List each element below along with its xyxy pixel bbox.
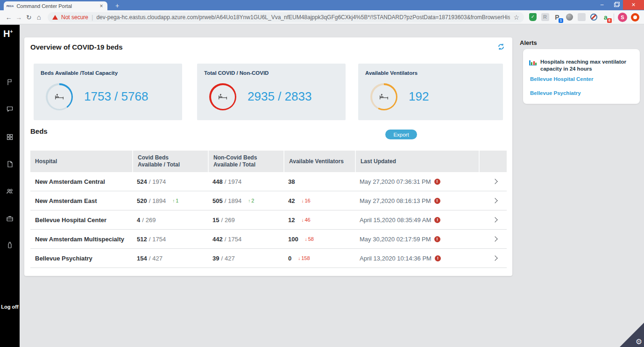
beds-ratio-cell: 15/269: [208, 217, 283, 224]
last-updated-value: May 27,2020 07:36:31 PM: [360, 178, 431, 185]
new-tab-button[interactable]: [111, 2, 123, 9]
chevron-right-icon[interactable]: [492, 198, 497, 203]
flag-icon[interactable]: [6, 79, 14, 86]
log-off-button[interactable]: Log off: [0, 304, 20, 310]
chevron-right-icon[interactable]: [492, 236, 497, 241]
restore-button[interactable]: [609, 0, 623, 10]
delta-value: 58: [308, 236, 314, 242]
refresh-icon[interactable]: [496, 42, 506, 51]
column-header-line: Non-Covid Beds: [213, 154, 283, 161]
hospital-cell: New Amsterdam Central: [30, 178, 132, 185]
tab-title: Command Center Portal: [16, 3, 95, 9]
table-row[interactable]: New Amsterdam East520/18941505/189424216…: [30, 191, 507, 210]
gray-extension-icon[interactable]: [577, 13, 586, 22]
browser-tab[interactable]: PEGA Command Center Portal: [4, 1, 107, 10]
team-icon[interactable]: [6, 188, 14, 195]
column-header-line: Last Updated: [361, 158, 479, 165]
reload-icon[interactable]: [24, 14, 34, 21]
ratio-separator: /: [149, 255, 151, 262]
last-updated-value: April 15,2020 08:35:49 AM: [360, 217, 431, 224]
table-row[interactable]: Bellevue Psychiatry154/42739/4270158Apri…: [30, 249, 507, 268]
last-updated-cell: April 15,2020 08:35:49 AM: [355, 217, 479, 224]
ventilators-cell: 10058: [283, 236, 355, 243]
chevron-right-icon[interactable]: [492, 217, 497, 222]
last-updated-cell: May 27,2020 07:36:31 PM: [355, 178, 479, 185]
alert-link-bellevue-psychiatry[interactable]: Bellevue Psychiatry: [530, 90, 581, 96]
minimize-button[interactable]: [595, 0, 609, 10]
available-value: 39: [212, 255, 219, 262]
back-icon[interactable]: [4, 14, 14, 21]
available-value: 154: [137, 255, 147, 262]
metric-label: Beds Available /Total Capacity: [41, 70, 118, 76]
last-updated-cell: May 27,2020 08:16:13 PM: [355, 197, 479, 204]
shield-extension-icon[interactable]: [529, 13, 537, 22]
table-body: New Amsterdam Central524/1974448/197438M…: [30, 172, 507, 268]
last-updated-cell: April 13,2020 10:14:36 PM: [355, 255, 479, 262]
total-value: 269: [225, 217, 235, 224]
export-button[interactable]: Export: [385, 130, 417, 139]
ventilators-value: 38: [288, 178, 295, 185]
close-button[interactable]: [623, 0, 644, 10]
delta-down-indicator: 58: [305, 236, 314, 242]
beds-ratio-cell: 524/1974: [132, 178, 208, 185]
alert-warning-icon: [434, 198, 440, 204]
last-updated-value: April 13,2020 10:14:36 PM: [360, 255, 432, 262]
beds-ratio-cell: 520/18941: [132, 197, 208, 204]
a-extension-icon[interactable]: a 6: [602, 13, 610, 22]
chevron-right-icon[interactable]: [492, 179, 497, 184]
pega-extension-icon[interactable]: P 1: [553, 13, 561, 22]
r-extension-icon[interactable]: R: [541, 13, 549, 22]
window-controls: [595, 0, 644, 10]
home-icon[interactable]: [34, 13, 44, 21]
ratio-separator: /: [225, 236, 226, 243]
document-icon[interactable]: [6, 160, 14, 168]
available-value: 442: [212, 236, 223, 243]
column-header-line: Available Ventilators: [289, 158, 355, 165]
tab-close-icon[interactable]: [98, 3, 105, 9]
omnibox-divider: [92, 14, 93, 21]
url-text[interactable]: dev-pega-hc.eastus.cloudapp.azure.com/pr…: [96, 14, 510, 21]
hplus-logo: H+: [3, 29, 13, 39]
apps-grid-icon[interactable]: [6, 133, 14, 141]
beds-ratio-cell: 448/1974: [208, 178, 283, 185]
gear-icon[interactable]: [636, 337, 642, 346]
total-value: 1754: [152, 236, 166, 243]
sphere-extension-icon[interactable]: [565, 13, 573, 22]
delta-down-indicator: 16: [301, 198, 310, 203]
metric-card-ventilators: Available Ventilators 192: [358, 64, 503, 120]
alert-heading: Hospitals reaching max ventilator capaci…: [540, 58, 629, 72]
beds-ratio-cell: 154/427: [132, 255, 208, 262]
metric-label: Available Ventilators: [365, 70, 418, 76]
ventilators-cell: 4216: [283, 197, 355, 204]
ventilators-cell: 1246: [283, 217, 355, 224]
extension-icons: R P 1 a 6 S: [529, 13, 644, 22]
bookmark-star-icon[interactable]: [513, 14, 519, 21]
table-row[interactable]: New Amsterdam Multispecialty512/1754442/…: [30, 230, 507, 249]
delta-value: 16: [304, 198, 310, 203]
metric-value: 192: [409, 89, 429, 104]
alert-link-bellevue-hospital-center[interactable]: Bellevue Hospital Center: [530, 76, 593, 82]
hospital-cell: Bellevue Psychiatry: [30, 255, 132, 262]
blocker-extension-icon[interactable]: [589, 13, 598, 22]
app-area: H+ Log off Overview of COVID-19 beds Bed…: [0, 25, 644, 347]
ventilators-cell: 0158: [283, 255, 355, 262]
table-row[interactable]: Bellevue Hospital Center4/26915/2691246A…: [30, 210, 507, 230]
browser-window: PEGA Command Center Portal Not secure de…: [0, 0, 644, 347]
not-secure-label[interactable]: Not secure: [61, 14, 88, 21]
flask-icon[interactable]: [6, 241, 14, 249]
briefcase-icon[interactable]: [6, 215, 14, 222]
table-row[interactable]: New Amsterdam Central524/1974448/197438M…: [30, 172, 507, 191]
profile-avatar[interactable]: S: [618, 13, 627, 22]
forward-icon[interactable]: [14, 14, 24, 21]
hospital-cell: Bellevue Hospital Center: [30, 217, 132, 224]
chevron-right-icon[interactable]: [492, 255, 497, 260]
hospital-name: New Amsterdam Central: [35, 178, 105, 185]
total-value: 427: [152, 255, 163, 262]
column-header-line: Available / Total: [213, 161, 283, 168]
browser-menu-icon[interactable]: [631, 13, 639, 22]
address-bar[interactable]: Not secure dev-pega-hc.eastus.cloudapp.a…: [48, 12, 524, 22]
chat-icon[interactable]: [6, 105, 14, 113]
available-value: 15: [212, 217, 219, 224]
donut-ring: [209, 83, 236, 110]
ratio-separator: /: [225, 178, 226, 185]
